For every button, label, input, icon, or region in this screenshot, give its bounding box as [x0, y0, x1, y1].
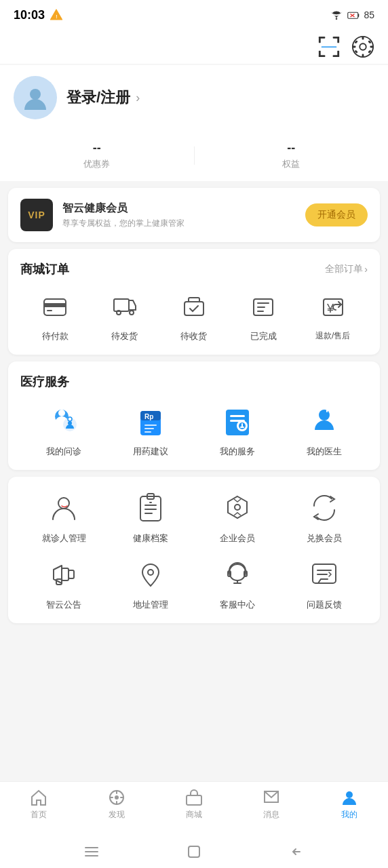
vip-subtitle: 尊享专属权益，您的掌上健康管家 [62, 218, 296, 229]
svg-rect-74 [317, 574, 328, 575]
tools-grid: 就诊人管理 健康档案 [20, 489, 368, 611]
medical-grid: 我的问诊 Rp 用药建议 [20, 402, 368, 458]
stat-coupons[interactable]: -- 优惠券 [0, 141, 194, 170]
svg-rect-77 [187, 795, 201, 805]
avatar [14, 76, 57, 119]
profile-section[interactable]: 登录/注册 › [0, 65, 388, 133]
svg-point-64 [235, 505, 240, 510]
svg-rect-14 [322, 47, 337, 47]
medical-title: 医疗服务 [20, 374, 69, 390]
orders-title: 商城订单 [20, 261, 69, 277]
pending-receive-icon [176, 290, 212, 325]
tool-exchange[interactable]: 兑换会员 [281, 489, 368, 545]
coupons-value: -- [93, 141, 101, 155]
tool-address[interactable]: 地址管理 [107, 555, 194, 611]
coupons-label: 优惠券 [83, 158, 110, 170]
status-time: 10:03 [14, 8, 45, 22]
settings-icon[interactable] [351, 35, 374, 58]
svg-rect-62 [144, 509, 157, 510]
address-icon [132, 555, 170, 593]
tools-section: 就诊人管理 健康档案 [8, 477, 380, 623]
svg-point-25 [30, 89, 41, 100]
svg-point-54 [319, 410, 330, 420]
nav-home[interactable]: 首页 [0, 789, 77, 821]
myservice-icon [218, 402, 256, 440]
order-label-1: 待发货 [111, 330, 138, 342]
tool-enterprise[interactable]: 企业会员 [194, 489, 281, 545]
svg-rect-53 [240, 427, 244, 428]
svg-rect-80 [85, 851, 98, 852]
svg-rect-61 [149, 502, 152, 503]
tool-label-4: 智云公告 [46, 599, 81, 611]
nav-profile[interactable]: 我的 [311, 789, 388, 821]
warning-icon: ! [50, 9, 62, 21]
svg-rect-65 [62, 568, 69, 580]
svg-rect-81 [85, 855, 98, 856]
order-item-pending-receive[interactable]: 待收货 [176, 290, 212, 342]
nav-label-message: 消息 [263, 809, 279, 821]
svg-text:!: ! [56, 14, 57, 19]
all-orders-link[interactable]: 全部订单 › [325, 263, 368, 275]
android-back-btn[interactable] [288, 844, 305, 860]
service-consultation[interactable]: 我的问诊 [20, 402, 107, 458]
svg-rect-46 [144, 431, 151, 433]
battery-cross-icon [347, 9, 360, 20]
service-label-3: 我的医生 [307, 446, 342, 458]
service-label-2: 我的服务 [220, 446, 255, 458]
svg-rect-44 [144, 425, 157, 426]
medical-section: 医疗服务 我的问诊 [8, 361, 380, 470]
tool-label-2: 企业会员 [220, 532, 255, 545]
service-label-0: 我的问诊 [46, 446, 81, 458]
tool-announcement[interactable]: 智云公告 [20, 555, 107, 611]
svg-rect-19 [353, 46, 356, 48]
tool-customer-service[interactable]: 客服中心 [194, 555, 281, 611]
tool-label-1: 健康档案 [133, 532, 168, 545]
svg-rect-56 [326, 408, 328, 412]
order-item-pending-pay[interactable]: 待付款 [37, 290, 73, 342]
tool-feedback[interactable]: 问题反馈 [281, 555, 368, 611]
svg-rect-63 [144, 513, 153, 514]
vip-banner[interactable]: VIP 智云健康会员 尊享专属权益，您的掌上健康管家 开通会员 [8, 188, 380, 242]
tool-health-record[interactable]: 健康档案 [107, 489, 194, 545]
all-orders-arrow: › [364, 264, 368, 275]
nav-discover[interactable]: 发现 [77, 789, 155, 821]
order-item-completed[interactable]: 已完成 [246, 290, 281, 342]
pending-pay-icon [37, 290, 73, 325]
medical-header: 医疗服务 [20, 374, 368, 390]
service-medication[interactable]: Rp 用药建议 [107, 402, 194, 458]
tool-patient[interactable]: 就诊人管理 [20, 489, 107, 545]
service-myservice[interactable]: 我的服务 [194, 402, 281, 458]
benefits-label: 权益 [282, 158, 300, 170]
order-label-4: 退款/售后 [315, 330, 350, 342]
patient-icon [45, 489, 83, 527]
completed-icon [246, 290, 281, 325]
android-home-btn[interactable] [186, 844, 202, 860]
tool-label-6: 客服中心 [220, 599, 255, 611]
pending-ship-icon [107, 290, 142, 325]
svg-point-30 [117, 311, 121, 315]
service-doctor[interactable]: 我的医生 [281, 402, 368, 458]
open-vip-button[interactable]: 开通会员 [305, 203, 368, 226]
svg-text:Rp: Rp [144, 413, 153, 420]
scan-icon[interactable] [317, 35, 341, 58]
svg-rect-13 [337, 51, 339, 57]
svg-rect-27 [44, 303, 66, 307]
nav-label-discover: 发现 [109, 809, 125, 821]
svg-point-69 [229, 564, 246, 580]
enterprise-icon [218, 489, 256, 527]
nav-label-home: 首页 [31, 809, 47, 821]
svg-rect-48 [230, 415, 245, 417]
all-orders-label: 全部订单 [325, 263, 363, 275]
bottom-nav: 首页 发现 商城 消息 我的 [0, 781, 388, 835]
nav-label-shop: 商城 [186, 809, 202, 821]
health-record-icon [132, 489, 170, 527]
stat-benefits[interactable]: -- 权益 [195, 141, 389, 170]
svg-rect-7 [319, 37, 321, 43]
order-item-pending-ship[interactable]: 待发货 [107, 290, 142, 342]
nav-message[interactable]: 消息 [233, 789, 310, 821]
nav-shop[interactable]: 商城 [155, 789, 233, 821]
orders-header: 商城订单 全部订单 › [20, 261, 368, 277]
order-item-refund[interactable]: ¥ 退款/售后 [315, 290, 351, 342]
android-menu-btn[interactable] [83, 844, 100, 860]
status-bar: 10:03 ! 85 [0, 0, 388, 30]
